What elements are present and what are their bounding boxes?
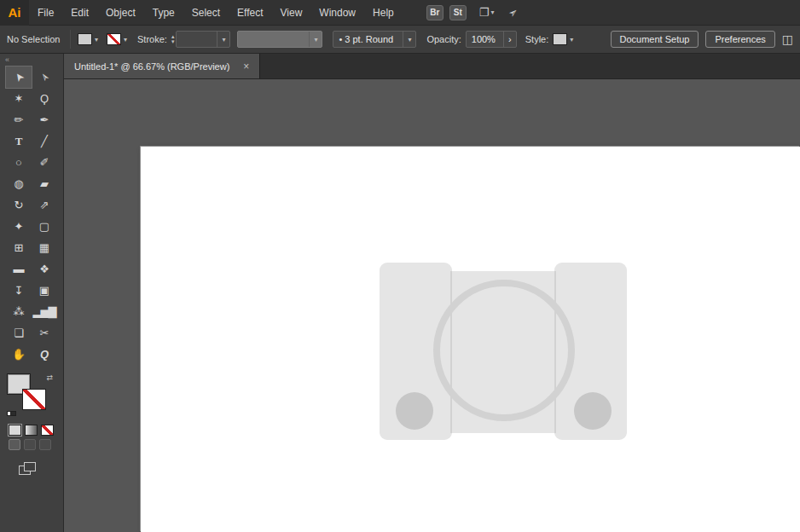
color-button[interactable]	[9, 425, 21, 436]
eraser-tool[interactable]: ▰	[32, 173, 57, 194]
close-icon[interactable]: ×	[243, 61, 249, 72]
artwork-left-button-circle[interactable]	[396, 392, 433, 430]
artboard-tool[interactable]: ❏	[6, 322, 32, 344]
document-setup-button[interactable]: Document Setup	[611, 31, 699, 48]
free-transform-tool[interactable]: ▢	[32, 216, 57, 237]
chevron-down-icon: ▾	[124, 36, 127, 43]
opacity-label: Opacity:	[426, 34, 461, 44]
brush-select[interactable]: • 3 pt. Round ▾	[333, 31, 416, 48]
blend-tool[interactable]: ❖	[32, 258, 57, 280]
workspace-switcher[interactable]: ❐ ▾	[479, 6, 495, 19]
eyedropper-tool[interactable]: ↧	[6, 280, 32, 301]
document-tab[interactable]: Untitled-1* @ 66.67% (RGB/Preview) ×	[64, 54, 260, 78]
screen-mode-button[interactable]	[19, 462, 36, 476]
gpu-performance-icon[interactable]: ➣	[506, 4, 521, 20]
screen-mode-icon-overlay	[24, 462, 36, 471]
selection-status: No Selection	[7, 34, 63, 44]
draw-normal-button[interactable]	[9, 439, 20, 450]
menu-item-window[interactable]: Window	[310, 0, 364, 26]
live-paint-tool[interactable]: ▣	[32, 280, 57, 301]
perspective-grid-tool[interactable]: ⊞	[6, 237, 32, 258]
none-button[interactable]	[41, 425, 54, 436]
direct-selection-tool[interactable]: ➢	[32, 66, 57, 88]
menu-item-effect[interactable]: Effect	[229, 0, 271, 26]
paintbrush-icon: ✐	[40, 156, 49, 169]
brush-value: • 3 pt. Round	[333, 34, 403, 44]
document-tab-title: Untitled-1* @ 66.67% (RGB/Preview)	[74, 61, 229, 72]
artwork-right-button-circle[interactable]	[574, 392, 612, 430]
eyedropper-icon: ↧	[14, 284, 24, 297]
selection-tool[interactable]: ➤	[6, 66, 32, 88]
tools-grid: ➤➢✶Ϙ✏✒T╱○✐◍▰↻⇗✦▢⊞▦▬❖↧▣⁂▂▅▇❏✂✋Q	[0, 66, 63, 365]
stroke-weight-stepper[interactable]: ▴ ▾	[171, 34, 175, 44]
line-segment-icon: ╱	[41, 135, 48, 147]
preferences-button[interactable]: Preferences	[705, 31, 774, 48]
menu-item-file[interactable]: File	[29, 0, 62, 26]
zoom-tool[interactable]: Q	[32, 344, 57, 365]
chevron-right-icon: ›	[508, 34, 512, 44]
symbol-sprayer-tool[interactable]: ⁂	[6, 301, 32, 322]
blend-icon: ❖	[39, 263, 49, 275]
workspace-icon: ❐	[479, 6, 490, 19]
menu-item-object[interactable]: Object	[97, 0, 144, 26]
shape-builder-tool[interactable]: ◍	[6, 173, 32, 194]
illustrator-window: Ai FileEditObjectTypeSelectEffectViewWin…	[0, 0, 800, 532]
artwork-disc-ring[interactable]	[433, 280, 575, 421]
selection-icon: ➤	[11, 70, 27, 85]
pencil-tool[interactable]: ✏	[6, 109, 32, 130]
style-dropdown[interactable]: ▾	[553, 33, 573, 45]
column-graph-tool[interactable]: ▂▅▇	[32, 301, 57, 322]
opacity-input[interactable]: 100% ›	[466, 31, 517, 48]
stroke-color-dropdown[interactable]: ▾	[107, 33, 127, 45]
swap-fill-stroke-icon[interactable]: ⇄	[46, 373, 53, 382]
draw-behind-button[interactable]	[24, 439, 36, 450]
menu-item-view[interactable]: View	[272, 0, 311, 26]
chevron-down-icon: ▾	[490, 9, 494, 16]
brush-bullet-icon: •	[339, 34, 342, 44]
slice-tool[interactable]: ✂	[32, 322, 57, 344]
artboard[interactable]	[141, 147, 800, 532]
default-fill-stroke-icon[interactable]	[7, 410, 16, 418]
lasso-icon: Ϙ	[40, 92, 49, 105]
draw-inside-button[interactable]	[39, 439, 51, 450]
ellipse-icon: ○	[15, 156, 22, 169]
stroke-swatch[interactable]	[22, 389, 46, 410]
bridge-button[interactable]: Br	[426, 5, 443, 20]
chevron-down-icon: ▾	[95, 36, 98, 43]
app-logo: Ai	[0, 0, 29, 26]
slice-icon: ✂	[40, 327, 49, 339]
eraser-icon: ▰	[40, 177, 49, 190]
canvas[interactable]	[64, 79, 800, 532]
drawing-mode-row	[9, 439, 63, 450]
gradient-button[interactable]	[25, 425, 38, 436]
pencil-icon: ✏	[14, 113, 24, 126]
stroke-weight-select[interactable]: ▾	[176, 31, 230, 48]
line-segment-tool[interactable]: ╱	[32, 130, 57, 152]
pen-tool[interactable]: ✒	[32, 109, 57, 130]
live-paint-icon: ▣	[39, 284, 49, 297]
gradient-icon: ▬	[14, 263, 25, 275]
stock-button[interactable]: St	[449, 5, 467, 20]
menu-item-type[interactable]: Type	[144, 0, 183, 26]
menu-item-help[interactable]: Help	[364, 0, 403, 26]
panel-collapse-button[interactable]: «	[0, 54, 63, 66]
width-tool[interactable]: ✦	[6, 216, 32, 237]
type-tool[interactable]: T	[6, 130, 32, 152]
fill-color-dropdown[interactable]: ▾	[78, 33, 98, 45]
artboard-icon: ❏	[14, 327, 24, 339]
ellipse-tool[interactable]: ○	[6, 152, 32, 173]
menu-item-edit[interactable]: Edit	[62, 0, 97, 26]
menu-item-select[interactable]: Select	[183, 0, 229, 26]
mesh-tool[interactable]: ▦	[32, 237, 57, 258]
paintbrush-tool[interactable]: ✐	[32, 152, 57, 173]
hand-tool[interactable]: ✋	[6, 344, 32, 365]
control-panel-menu-icon[interactable]: ◫	[782, 32, 793, 46]
width-profile-select[interactable]: ▾	[237, 31, 322, 48]
gradient-tool[interactable]: ▬	[6, 258, 32, 280]
magic-wand-tool[interactable]: ✶	[6, 88, 32, 109]
rotate-tool[interactable]: ↻	[6, 194, 32, 216]
magic-wand-icon: ✶	[14, 92, 24, 105]
lasso-tool[interactable]: Ϙ	[32, 88, 57, 109]
scale-tool[interactable]: ⇗	[32, 194, 57, 216]
free-transform-icon: ▢	[39, 220, 49, 233]
